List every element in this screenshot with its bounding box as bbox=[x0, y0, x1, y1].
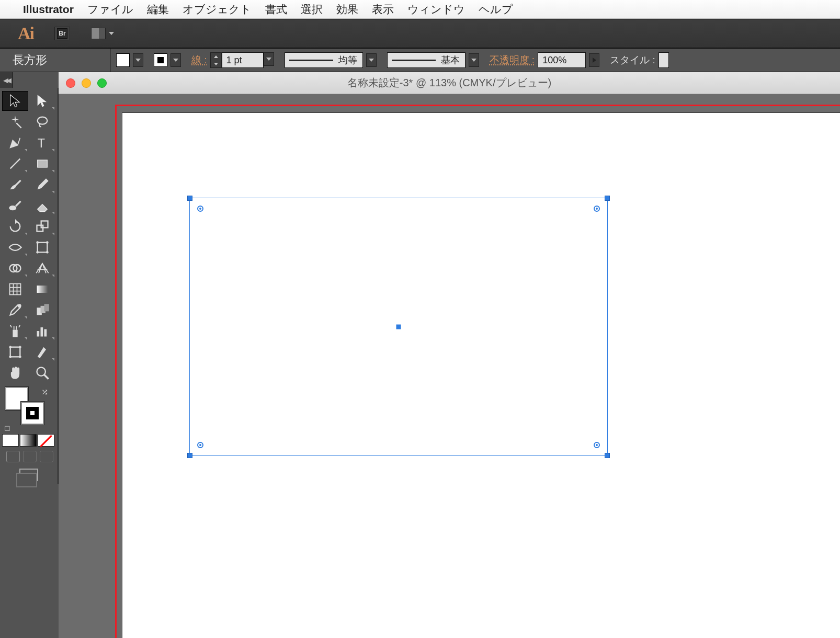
svg-rect-7 bbox=[41, 221, 48, 228]
stroke-dropdown[interactable] bbox=[171, 53, 181, 67]
mac-menubar: Illustrator ファイル 編集 オブジェクト 書式 選択 効果 表示 ウ… bbox=[0, 0, 840, 19]
resize-handle-bottom-left[interactable] bbox=[187, 453, 192, 458]
symbol-sprayer-tool[interactable] bbox=[2, 321, 28, 341]
selection-tool[interactable] bbox=[2, 91, 28, 111]
style-label: スタイル : bbox=[610, 53, 655, 67]
screen-mode-icon[interactable] bbox=[19, 469, 38, 481]
canvas-background[interactable] bbox=[59, 94, 840, 638]
resize-handle-top-right[interactable] bbox=[605, 196, 610, 201]
artboard[interactable] bbox=[122, 113, 840, 638]
color-mode-gradient[interactable] bbox=[20, 434, 37, 447]
brush-line-icon bbox=[392, 60, 436, 61]
menu-select[interactable]: 選択 bbox=[301, 2, 323, 17]
scale-tool[interactable] bbox=[29, 217, 55, 236]
resize-handle-bottom-right[interactable] bbox=[605, 453, 610, 458]
window-zoom-button[interactable] bbox=[97, 78, 107, 88]
stroke-weight-dropdown[interactable] bbox=[264, 52, 274, 66]
stroke-label[interactable]: 線 : bbox=[191, 53, 207, 67]
opacity-field[interactable]: 100% bbox=[538, 52, 586, 68]
corner-widget-bottom-left[interactable] bbox=[197, 442, 203, 448]
svg-line-0 bbox=[16, 123, 21, 128]
menu-type[interactable]: 書式 bbox=[265, 2, 287, 17]
layout-grid-icon bbox=[91, 28, 106, 39]
stroke-color-swatch[interactable] bbox=[21, 402, 44, 425]
svg-rect-22 bbox=[37, 331, 40, 337]
blob-brush-tool[interactable] bbox=[2, 196, 28, 215]
shape-builder-tool[interactable] bbox=[2, 258, 28, 278]
svg-rect-23 bbox=[41, 327, 43, 337]
svg-line-27 bbox=[44, 375, 49, 379]
stroke-profile-dropdown[interactable] bbox=[366, 53, 377, 67]
brush-field[interactable]: 基本 bbox=[387, 52, 466, 68]
fill-swatch[interactable] bbox=[116, 53, 130, 67]
draw-behind-icon[interactable] bbox=[23, 451, 37, 462]
swap-fill-stroke-icon[interactable]: ⤮ bbox=[41, 387, 48, 397]
opacity-label[interactable]: 不透明度 : bbox=[490, 53, 535, 67]
double-chevron-left-icon: ◀◀ bbox=[3, 76, 9, 84]
pencil-tool[interactable] bbox=[29, 175, 55, 195]
control-bar: 長方形 線 : 1 pt 均等 基本 不透明度 : bbox=[0, 48, 840, 72]
window-minimize-button[interactable] bbox=[82, 78, 91, 88]
stroke-weight-stepper[interactable] bbox=[210, 52, 222, 68]
menu-file[interactable]: ファイル bbox=[87, 2, 133, 17]
slice-tool[interactable] bbox=[29, 342, 55, 362]
stroke-swatch[interactable] bbox=[154, 53, 167, 67]
blend-tool[interactable] bbox=[29, 300, 55, 320]
paintbrush-tool[interactable] bbox=[2, 175, 28, 195]
menu-window[interactable]: ウィンドウ bbox=[407, 2, 465, 17]
mesh-tool[interactable] bbox=[2, 279, 28, 299]
eyedropper-tool[interactable] bbox=[2, 300, 28, 320]
svg-rect-24 bbox=[44, 329, 47, 337]
line-tool[interactable] bbox=[2, 154, 28, 174]
free-transform-tool[interactable] bbox=[29, 237, 55, 257]
width-tool[interactable] bbox=[2, 237, 28, 257]
corner-widget-top-left[interactable] bbox=[197, 206, 203, 212]
direct-selection-tool[interactable] bbox=[29, 91, 55, 111]
opacity-dropdown[interactable] bbox=[589, 53, 599, 67]
stroke-profile-field[interactable]: 均等 bbox=[285, 52, 363, 68]
menu-effect[interactable]: 効果 bbox=[336, 2, 358, 17]
menu-object[interactable]: オブジェクト bbox=[183, 2, 252, 17]
eraser-tool[interactable] bbox=[29, 196, 55, 215]
hand-tool[interactable] bbox=[2, 363, 28, 383]
app-bar: Ai Br bbox=[0, 19, 840, 48]
window-close-button[interactable] bbox=[66, 78, 75, 88]
draw-normal-icon[interactable] bbox=[6, 451, 20, 462]
menu-edit[interactable]: 編集 bbox=[147, 2, 169, 17]
type-tool[interactable]: T bbox=[29, 133, 55, 153]
menu-view[interactable]: 表示 bbox=[372, 2, 394, 17]
stroke-weight-field[interactable]: 1 pt bbox=[222, 52, 264, 68]
svg-point-17 bbox=[18, 304, 21, 307]
column-graph-tool[interactable] bbox=[29, 321, 55, 341]
rectangle-tool[interactable] bbox=[29, 154, 55, 174]
perspective-grid-tool[interactable] bbox=[29, 258, 55, 278]
style-field[interactable] bbox=[659, 52, 669, 68]
ai-logo-icon: Ai bbox=[18, 24, 33, 43]
default-fill-stroke-icon[interactable]: ◻ bbox=[4, 424, 10, 432]
bridge-button[interactable]: Br bbox=[54, 27, 70, 40]
lasso-tool[interactable] bbox=[29, 112, 55, 132]
artboard-tool[interactable] bbox=[2, 342, 28, 362]
bridge-label: Br bbox=[57, 28, 67, 39]
zoom-tool[interactable] bbox=[29, 363, 55, 383]
brush-dropdown[interactable] bbox=[469, 53, 479, 67]
color-mode-none[interactable] bbox=[38, 434, 54, 447]
magic-wand-tool[interactable] bbox=[2, 112, 28, 132]
rotate-tool[interactable] bbox=[2, 217, 28, 236]
selection-center-point[interactable] bbox=[396, 325, 401, 329]
fill-dropdown[interactable] bbox=[133, 53, 143, 67]
arrange-documents-button[interactable] bbox=[91, 28, 114, 39]
selected-rectangle[interactable] bbox=[189, 198, 608, 456]
draw-inside-icon[interactable] bbox=[40, 451, 53, 462]
resize-handle-top-left[interactable] bbox=[187, 196, 192, 201]
menubar-app-name[interactable]: Illustrator bbox=[23, 3, 74, 16]
pen-tool[interactable] bbox=[2, 133, 28, 153]
color-mode-solid[interactable] bbox=[2, 434, 19, 447]
gradient-tool[interactable] bbox=[29, 279, 55, 299]
chevron-down-icon bbox=[109, 32, 114, 35]
corner-widget-bottom-right[interactable] bbox=[594, 442, 600, 448]
corner-widget-top-right[interactable] bbox=[594, 206, 600, 212]
menu-help[interactable]: ヘルプ bbox=[479, 2, 513, 17]
panel-collapse-tab[interactable]: ◀◀ bbox=[0, 72, 13, 88]
svg-rect-21 bbox=[13, 330, 17, 337]
